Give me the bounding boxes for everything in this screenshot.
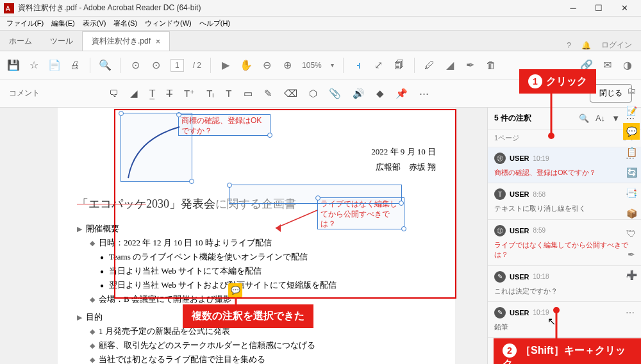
tutorial-callout-1: 1クリック xyxy=(519,69,596,94)
draw-tool-icon[interactable]: ✎ xyxy=(264,88,272,99)
print-icon[interactable]: 🖨 xyxy=(69,60,81,71)
rail-edit-icon[interactable]: 📝 xyxy=(623,103,640,119)
fit-page-icon[interactable]: ⤢ xyxy=(373,60,385,71)
mouse-cursor-icon: ↖ xyxy=(547,315,556,327)
page-total: / 2 xyxy=(193,61,201,70)
menu-file[interactable]: ファイル(F) xyxy=(4,17,46,29)
page-current[interactable]: 1 xyxy=(171,59,184,72)
comment-time: 10:18 xyxy=(533,273,549,280)
pointer-icon[interactable]: ▶ xyxy=(220,60,231,71)
more-tool-icon[interactable]: ⋯ xyxy=(419,88,429,99)
comment-body: ライブではなく編集してから公開すべきでは？ xyxy=(494,240,635,260)
comment-body: 商標の確認、登録はOKですか？ xyxy=(494,168,635,178)
comment-item[interactable]: ㊟USER10:19⋯商標の確認、登録はOKですか？ xyxy=(488,147,641,183)
attach-tool-icon[interactable]: 📎 xyxy=(329,88,341,99)
hand-icon[interactable]: ✋ xyxy=(240,60,252,71)
comment-item[interactable]: ✎USER10:19⋯鉛筆 xyxy=(488,302,641,338)
comment-menu-icon[interactable]: ⋯ xyxy=(626,308,635,318)
fit-width-icon[interactable]: ⫞ xyxy=(353,60,364,71)
textcomment-tool-icon[interactable]: ▭ xyxy=(244,88,253,99)
annotation-target[interactable] xyxy=(229,185,402,204)
tab-tool[interactable]: ツール xyxy=(41,32,82,51)
comment-type-icon: ✎ xyxy=(494,307,506,318)
comment-type-icon: ✎ xyxy=(494,271,506,283)
stamp-tool-icon[interactable]: ⬡ xyxy=(309,88,317,99)
shape-tool-icon[interactable]: ◆ xyxy=(376,88,384,99)
tab-close-icon[interactable]: × xyxy=(156,37,160,46)
page-label: 1ページ xyxy=(494,133,519,143)
comment-user: USER xyxy=(510,227,529,235)
tab-home[interactable]: ホーム xyxy=(0,32,41,51)
highlight-tool-icon[interactable]: ◢ xyxy=(130,88,138,99)
sticky-note-icon[interactable]: 💬 xyxy=(228,283,242,297)
rail-fill-icon[interactable]: 📋 xyxy=(623,144,640,160)
menu-sign[interactable]: 署名(S) xyxy=(111,17,140,29)
delete-icon[interactable]: 🗑 xyxy=(485,60,497,71)
list-item: 顧客、取引先などのステークホルダーと信頼感につなげる xyxy=(90,340,436,351)
redact-icon[interactable]: 🖊 xyxy=(424,60,435,71)
rail-redact-icon[interactable]: 🛡 xyxy=(623,226,640,242)
right-tool-rail: 🗂 📝 💬 📋 🔄 📑 📦 🛡 ✒ ➕ xyxy=(623,82,641,283)
rail-more-icon[interactable]: ➕ xyxy=(623,267,640,283)
rail-organize-icon[interactable]: 📑 xyxy=(623,185,640,201)
maximize-button[interactable]: ☐ xyxy=(586,0,612,17)
close-button[interactable]: ✕ xyxy=(612,0,637,17)
zoom-level[interactable]: 105% xyxy=(302,61,322,70)
menu-window[interactable]: ウィンドウ(W) xyxy=(142,17,194,29)
replace-text-icon[interactable]: T⁺ xyxy=(184,88,195,99)
list-item: 当社では初となるライブ配信で注目を集める xyxy=(90,354,436,364)
tutorial-callout: 複数の注釈を選択できた xyxy=(183,304,313,328)
read-icon[interactable]: 🗐 xyxy=(394,60,405,71)
rail-comment-icon[interactable]: 💬 xyxy=(623,123,640,140)
rail-export-icon[interactable]: 🔄 xyxy=(623,164,640,181)
search-icon[interactable]: 🔍 xyxy=(579,113,589,123)
tutorial-callout-2: 2［Shift］キー＋クリック xyxy=(494,338,641,364)
annotation-target[interactable] xyxy=(121,113,192,182)
rail-create-icon[interactable]: 🗂 xyxy=(623,82,640,99)
bell-icon[interactable]: 🔔 xyxy=(581,41,591,50)
svg-text:A: A xyxy=(6,5,10,12)
account-icon[interactable]: ◑ xyxy=(622,60,633,71)
star-icon[interactable]: ☆ xyxy=(28,60,40,71)
underline-tool-icon[interactable]: T̲ xyxy=(149,88,155,99)
comment-type-icon: T xyxy=(494,188,506,200)
comment-item[interactable]: TUSER8:58⋯テキストに取り消し線を引く xyxy=(488,183,641,219)
comment-item[interactable]: ✎USER10:18⋯これは決定ですか？ xyxy=(488,266,641,302)
zoom-in-icon[interactable]: ⊕ xyxy=(281,60,293,71)
help-icon[interactable]: ? xyxy=(567,41,571,50)
comment-count: 5 件の注釈 xyxy=(494,113,572,124)
audio-tool-icon[interactable]: 🔊 xyxy=(353,88,365,99)
mail-icon[interactable]: ✉ xyxy=(601,60,613,71)
next-page-icon[interactable]: ⊙ xyxy=(150,60,162,71)
comment-body: 鉛筆 xyxy=(494,322,635,332)
insert-text-icon[interactable]: Tᵢ xyxy=(206,88,214,99)
note-tool-icon[interactable]: 🗨 xyxy=(109,88,119,99)
filter-icon[interactable]: ▼ xyxy=(612,113,620,123)
rail-sign-icon[interactable]: ✒ xyxy=(623,246,640,263)
prev-page-icon[interactable]: ⊙ xyxy=(129,60,141,71)
save-icon[interactable]: 💾 xyxy=(8,60,19,71)
comment-item[interactable]: ㊟USER8:59⋯ライブではなく編集してから公開すべきでは？ xyxy=(488,220,641,266)
menu-help[interactable]: ヘルプ(H) xyxy=(197,17,233,29)
strikethrough-tool-icon[interactable]: T̶ xyxy=(167,88,172,99)
zoom-out-icon[interactable]: ⊖ xyxy=(261,60,272,71)
menu-view[interactable]: 表示(V) xyxy=(80,17,109,29)
rail-compress-icon[interactable]: 📦 xyxy=(623,205,640,222)
sort-icon[interactable]: A↓ xyxy=(595,113,605,123)
pin-tool-icon[interactable]: 📌 xyxy=(395,88,408,99)
window-title: 資料注釈付き.pdf - Adobe Acrobat Reader DC (64… xyxy=(18,3,560,13)
comment-user: USER xyxy=(510,309,529,317)
textbox-tool-icon[interactable]: T xyxy=(226,88,231,99)
login-link[interactable]: ログイン xyxy=(601,40,632,51)
menubar: ファイル(F) 編集(E) 表示(V) 署名(S) ウィンドウ(W) ヘルプ(H… xyxy=(0,17,641,31)
app-icon: A xyxy=(4,3,14,13)
file-icon[interactable]: 📄 xyxy=(49,60,60,71)
minimize-button[interactable]: ─ xyxy=(560,0,586,17)
signature-icon[interactable]: ✒ xyxy=(465,60,476,71)
menu-edit[interactable]: 編集(E) xyxy=(49,17,78,29)
search-icon[interactable]: 🔍 xyxy=(99,60,111,71)
erase-tool-icon[interactable]: ⌫ xyxy=(284,88,297,99)
tab-file[interactable]: 資料注釈付き.pdf × xyxy=(82,31,170,51)
comment-time: 10:19 xyxy=(533,309,549,316)
highlight-icon[interactable]: ◢ xyxy=(444,60,456,71)
